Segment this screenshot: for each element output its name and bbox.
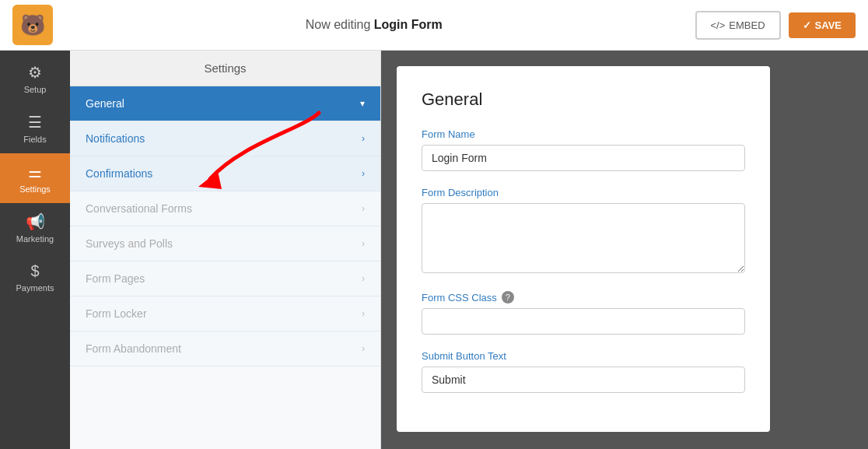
top-bar: 🐻 Now editing Login Form </> EMBED ✓ SAV… <box>0 0 868 51</box>
menu-conversational-label: Conversational Forms <box>86 202 192 215</box>
chevron-form-locker: › <box>362 308 365 319</box>
form-group-css: Form CSS Class ? <box>422 291 745 335</box>
settings-sidebar: Settings General ▾ Notifications › Confi… <box>70 51 381 449</box>
embed-label: EMBED <box>729 19 765 31</box>
menu-item-general[interactable]: General ▾ <box>70 86 380 121</box>
chevron-general: ▾ <box>360 98 365 109</box>
save-button[interactable]: ✓ SAVE <box>789 12 856 38</box>
chevron-notifications: › <box>362 133 365 144</box>
sidebar-item-marketing[interactable]: 📢 Marketing <box>0 203 70 253</box>
setup-icon: ⚙ <box>28 63 42 82</box>
editing-title: Now editing Login Form <box>53 18 695 32</box>
submit-button-input[interactable] <box>422 367 745 393</box>
css-label-row: Form CSS Class ? <box>422 291 745 303</box>
form-panel-title: General <box>422 89 745 110</box>
sidebar-item-setup[interactable]: ⚙ Setup <box>0 54 70 103</box>
embed-icon: </> <box>711 19 726 31</box>
form-name-label: Form Name <box>422 128 745 140</box>
menu-item-form-locker[interactable]: Form Locker › <box>70 296 380 331</box>
fields-icon: ☰ <box>28 113 42 132</box>
form-group-name: Form Name <box>422 128 745 171</box>
marketing-icon: 📢 <box>26 212 45 231</box>
menu-confirmations-label: Confirmations <box>86 167 152 180</box>
chevron-conversational: › <box>362 203 365 214</box>
chevron-form-pages: › <box>362 273 365 284</box>
menu-item-form-pages[interactable]: Form Pages › <box>70 261 380 296</box>
menu-form-locker-label: Form Locker <box>86 307 147 320</box>
submit-button-label: Submit Button Text <box>422 350 745 362</box>
chevron-confirmations: › <box>362 168 365 179</box>
top-bar-actions: </> EMBED ✓ SAVE <box>695 11 856 40</box>
logo-area: 🐻 <box>12 5 53 45</box>
settings-menu: General ▾ Notifications › Confirmations … <box>70 86 380 367</box>
main-content: General Form Name Form Description Form … <box>381 51 868 449</box>
checkmark-icon: ✓ <box>803 19 811 31</box>
menu-general-label: General <box>86 97 124 110</box>
embed-button[interactable]: </> EMBED <box>695 11 781 40</box>
menu-item-form-abandonment[interactable]: Form Abandonment › <box>70 331 380 367</box>
menu-notifications-label: Notifications <box>86 132 145 145</box>
form-title: Login Form <box>374 18 443 31</box>
sidebar-item-fields[interactable]: ☰ Fields <box>0 103 70 153</box>
menu-item-notifications[interactable]: Notifications › <box>70 121 380 156</box>
sidebar-fields-label: Fields <box>23 135 46 144</box>
css-help-icon[interactable]: ? <box>502 291 514 303</box>
menu-item-surveys[interactable]: Surveys and Polls › <box>70 226 380 261</box>
app-logo: 🐻 <box>12 5 53 45</box>
form-group-submit: Submit Button Text <box>422 350 745 393</box>
sidebar-payments-label: Payments <box>16 283 54 293</box>
sidebar-marketing-label: Marketing <box>16 234 54 244</box>
chevron-form-abandonment: › <box>362 343 365 354</box>
form-name-input[interactable] <box>422 145 745 171</box>
chevron-surveys: › <box>362 238 365 249</box>
payments-icon: $ <box>30 262 39 280</box>
menu-form-abandonment-label: Form Abandonment <box>86 342 181 355</box>
form-description-input[interactable] <box>422 203 745 273</box>
sidebar-item-settings[interactable]: ⚌ Settings <box>0 153 70 203</box>
menu-item-confirmations[interactable]: Confirmations › <box>70 156 380 191</box>
sidebar-item-payments[interactable]: $ Payments <box>0 253 70 302</box>
settings-header: Settings <box>70 51 380 86</box>
save-label: SAVE <box>815 19 842 31</box>
sidebar-settings-label: Settings <box>19 184 51 194</box>
menu-surveys-label: Surveys and Polls <box>86 237 173 250</box>
sidebar-setup-label: Setup <box>24 85 47 94</box>
menu-item-conversational[interactable]: Conversational Forms › <box>70 191 380 226</box>
settings-icon: ⚌ <box>28 163 42 181</box>
form-css-input[interactable] <box>422 308 745 335</box>
form-panel: General Form Name Form Description Form … <box>397 66 770 432</box>
form-group-description: Form Description <box>422 187 745 275</box>
main-layout: ⚙ Setup ☰ Fields ⚌ Settings 📢 Marketing … <box>0 51 868 449</box>
left-sidebar: ⚙ Setup ☰ Fields ⚌ Settings 📢 Marketing … <box>0 51 70 449</box>
menu-form-pages-label: Form Pages <box>86 272 145 285</box>
form-css-label: Form CSS Class <box>422 292 497 303</box>
form-description-label: Form Description <box>422 187 745 198</box>
editing-prefix: Now editing <box>306 18 374 31</box>
